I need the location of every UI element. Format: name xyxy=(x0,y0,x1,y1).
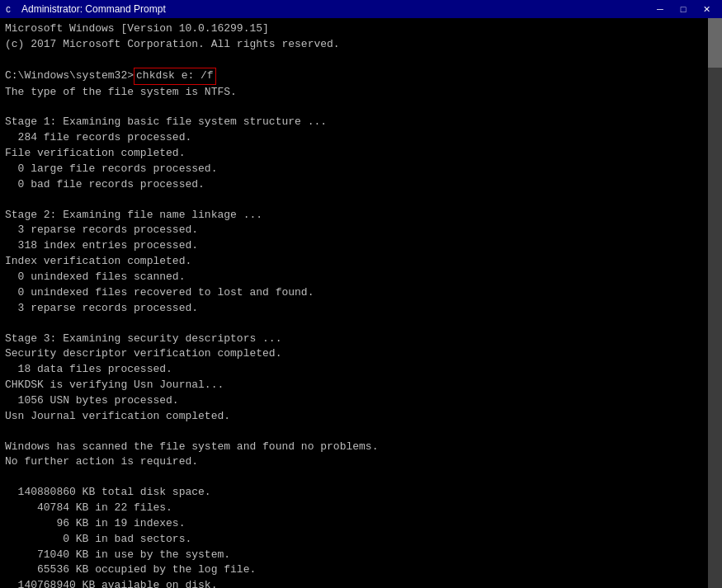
output-line: Index verification completed. xyxy=(5,254,705,270)
output-line: (c) 2017 Microsoft Corporation. All righ… xyxy=(5,37,705,53)
output-line xyxy=(5,193,705,208)
window-title: Administrator: Command Prompt xyxy=(21,3,166,15)
output-line: 65536 KB occupied by the log file. xyxy=(5,562,705,578)
output-line: 0 KB in bad sectors. xyxy=(5,532,705,548)
output-line xyxy=(5,317,705,332)
output-line: 0 large file records processed. xyxy=(5,162,705,177)
output-line: 284 file records processed. xyxy=(5,130,705,146)
output-line: 3 reparse records processed. xyxy=(5,301,705,317)
output-line: 0 unindexed files recovered to lost and … xyxy=(5,285,705,301)
prompt-prefix: C:\Windows\system32> xyxy=(5,68,134,84)
scrollbar-thumb[interactable] xyxy=(708,18,722,68)
output-line xyxy=(5,470,705,485)
terminal-body: Microsoft Windows [Version 10.0.16299.15… xyxy=(0,18,722,588)
output-line: Microsoft Windows [Version 10.0.16299.15… xyxy=(5,21,705,37)
output-line xyxy=(5,53,705,68)
prompt-line: C:\Windows\system32>chkdsk e: /f xyxy=(5,68,705,85)
output-line: 96 KB in 19 indexes. xyxy=(5,516,705,532)
title-bar: C Administrator: Command Prompt ─ □ ✕ xyxy=(0,0,722,18)
cmd-icon: C xyxy=(5,3,17,15)
close-button[interactable]: ✕ xyxy=(696,2,717,16)
svg-text:C: C xyxy=(6,6,11,15)
output-line xyxy=(5,100,705,115)
output-line: Stage 1: Examining basic file system str… xyxy=(5,115,705,130)
output-line: Security descriptor verification complet… xyxy=(5,346,705,362)
output-line: No further action is required. xyxy=(5,454,705,470)
output-line: 3 reparse records processed. xyxy=(5,223,705,238)
output-line: Windows has scanned the file system and … xyxy=(5,440,705,455)
output-line: Stage 2: Examining file name linkage ... xyxy=(5,208,705,223)
output-line: 18 data files processed. xyxy=(5,362,705,378)
output-line: 140768940 KB available on disk. xyxy=(5,578,705,588)
minimize-button[interactable]: ─ xyxy=(649,2,671,16)
output-line: File verification completed. xyxy=(5,146,705,162)
output-line: 140880860 KB total disk space. xyxy=(5,485,705,501)
output-line: 318 index entries processed. xyxy=(5,238,705,254)
title-bar-left: C Administrator: Command Prompt xyxy=(5,3,166,15)
maximize-button[interactable]: □ xyxy=(672,2,694,16)
output-line: 0 bad file records processed. xyxy=(5,177,705,193)
output-line: Stage 3: Examining security descriptors … xyxy=(5,332,705,347)
output-line: Usn Journal verification completed. xyxy=(5,409,705,425)
output-line: 0 unindexed files scanned. xyxy=(5,270,705,285)
title-bar-controls: ─ □ ✕ xyxy=(649,2,717,16)
command-text: chkdsk e: /f xyxy=(134,68,216,85)
output-line: 1056 USN bytes processed. xyxy=(5,393,705,409)
output-line xyxy=(5,425,705,440)
output-line: 71040 KB in use by the system. xyxy=(5,548,705,563)
output-line: 40784 KB in 22 files. xyxy=(5,501,705,516)
output-line: The type of the file system is NTFS. xyxy=(5,85,705,101)
scrollbar-track xyxy=(708,18,722,588)
output-line: CHKDSK is verifying Usn Journal... xyxy=(5,378,705,393)
